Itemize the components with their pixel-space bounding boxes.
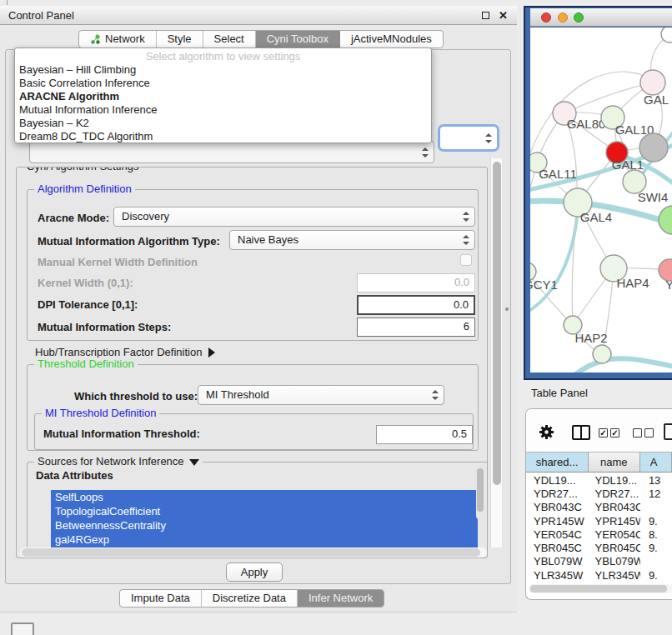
which-threshold-value: MI Threshold xyxy=(206,388,269,401)
network-node-gal[interactable] xyxy=(640,70,665,95)
stepper-arrows-icon xyxy=(421,148,428,158)
attributes-scrollbar[interactable] xyxy=(476,465,484,520)
window-edge-tick xyxy=(7,0,8,5)
mi-threshold-definition-group: MI Threshold Definition Mutual Informati… xyxy=(34,413,474,450)
dock-grid-icon[interactable] xyxy=(11,622,34,635)
mi-algorithm-type-select[interactable]: Naive Bayes xyxy=(229,230,475,250)
table-horizontal-scrollbar[interactable] xyxy=(529,584,672,593)
scrollbar-thumb[interactable] xyxy=(477,468,484,512)
network-canvas[interactable]: GALGAL80GAL10GAL1GAL11SWI4GAL4GCY1HAP4YH… xyxy=(530,28,672,372)
kernel-width-label: Kernel Width (0,1): xyxy=(38,277,133,289)
attribute-item[interactable]: SelfLoops xyxy=(51,490,478,504)
node-label: GAL xyxy=(644,92,669,107)
tab-network[interactable]: Network xyxy=(79,31,157,48)
attribute-item[interactable]: gal4RGexp xyxy=(51,532,478,547)
node-label: Y xyxy=(665,278,672,292)
column-header-name[interactable]: name xyxy=(589,452,640,472)
node-label: GAL1 xyxy=(612,158,644,172)
hub-definition-toggle[interactable]: Hub/Transcription Factor Definition xyxy=(35,346,215,358)
column-header-shared-name[interactable]: shared... xyxy=(526,452,589,472)
tab-impute-data[interactable]: Impute Data xyxy=(120,590,202,607)
kernel-width-field[interactable]: 0.0 xyxy=(357,273,475,292)
algorithm-list-item[interactable]: Mutual Information Inference xyxy=(15,103,431,117)
settings-horizontal-scrollbar[interactable] xyxy=(20,548,487,558)
stepper-arrows-icon xyxy=(462,212,469,222)
algorithm-list-item[interactable]: Bayesian – Hill Climbing xyxy=(15,63,431,77)
scrollbar-thumb[interactable] xyxy=(493,162,501,485)
split-columns-icon[interactable] xyxy=(572,425,590,440)
mi-steps-field[interactable]: 6 xyxy=(357,318,475,337)
algorithm-list-item[interactable]: Bayesian – K2 xyxy=(15,117,431,130)
cell-shared-name: YDL19... xyxy=(526,474,589,487)
table-row[interactable]: YDL19... YDL19... 13 xyxy=(526,473,672,487)
algorithm-list-item[interactable]: Basic Correlation Inference xyxy=(15,77,431,90)
close-traffic-light[interactable] xyxy=(541,12,551,22)
node-label: HAP2 xyxy=(574,331,607,345)
tab-discretize-data[interactable]: Discretize Data xyxy=(202,590,298,607)
aracne-mode-select[interactable]: Discovery xyxy=(113,207,475,227)
which-threshold-select[interactable]: MI Threshold xyxy=(198,385,444,405)
scrollbar-thumb[interactable] xyxy=(22,548,480,557)
attribute-item[interactable]: TopologicalCoefficient xyxy=(51,504,478,518)
network-node[interactable] xyxy=(659,206,672,234)
table-row[interactable]: YER054C YER054C 8. xyxy=(526,528,672,541)
tab-infer-network[interactable]: Infer Network xyxy=(298,590,384,607)
cell-name: YER054C xyxy=(589,528,640,541)
apply-button[interactable]: Apply xyxy=(226,562,283,582)
tab-jactivemnodules[interactable]: jActiveMNodules xyxy=(340,31,443,48)
network-window-titlebar xyxy=(530,8,672,27)
unchecked-checkbox-icon[interactable] xyxy=(644,428,654,438)
table-row[interactable]: YDR27... YDR27... 12 xyxy=(526,487,672,500)
algorithm-list-item[interactable]: Dream8 DC_TDC Algorithm xyxy=(15,130,431,143)
table-row[interactable]: YBR043C YBR043C xyxy=(526,501,672,514)
tab-jactivemnodules-label: jActiveMNodules xyxy=(351,31,432,48)
unchecked-checkbox-icon[interactable] xyxy=(633,428,642,438)
tab-select[interactable]: Select xyxy=(203,31,256,48)
checked-checkbox-icon[interactable]: ✓ xyxy=(610,428,619,438)
algorithm-placeholder: Select algorithm to view settings xyxy=(15,50,431,63)
mi-threshold-definition-title: MI Threshold Definition xyxy=(42,407,159,420)
cell-value: 12 xyxy=(640,488,672,500)
checked-checkbox-icon[interactable]: ✓ xyxy=(599,428,608,438)
sources-group: Sources for Network Inference Data Attri… xyxy=(27,462,488,558)
zoom-traffic-light[interactable] xyxy=(574,12,584,22)
tab-cyni-toolbox[interactable]: Cyni Toolbox xyxy=(256,31,340,48)
expand-right-icon xyxy=(208,348,215,358)
table-row[interactable]: YPR145W YPR145W 9. xyxy=(526,514,672,528)
gear-icon[interactable] xyxy=(539,424,554,442)
network-node[interactable] xyxy=(593,345,611,363)
algorithm-list-item[interactable]: ARACNE Algorithm xyxy=(15,90,431,103)
network-icon xyxy=(90,34,101,45)
tab-style[interactable]: Style xyxy=(157,31,203,48)
sources-toggle[interactable]: Sources for Network Inference xyxy=(34,455,203,468)
settings-vertical-scrollbar[interactable] xyxy=(490,158,502,548)
minimize-traffic-light[interactable] xyxy=(558,12,568,22)
network-edge xyxy=(574,358,672,372)
mi-threshold-field[interactable]: 0.5 xyxy=(376,425,473,444)
scrollbar-thumb[interactable] xyxy=(530,585,667,592)
dpi-tolerance-field[interactable]: 0.0 xyxy=(357,295,475,315)
tab-cyni-toolbox-label: Cyni Toolbox xyxy=(267,31,328,48)
algorithm-items: Bayesian – Hill ClimbingBasic Correlatio… xyxy=(15,63,431,143)
node-label: GAL80 xyxy=(567,117,606,131)
network-node[interactable] xyxy=(639,133,668,162)
network-edge xyxy=(530,206,578,314)
sources-title: Sources for Network Inference xyxy=(38,455,184,468)
manual-kernel-checkbox[interactable] xyxy=(460,254,472,266)
table-panel-window: ✓ ✓ shared... name A YDL19... YDL19... 1… xyxy=(525,408,672,600)
cell-value: 9. xyxy=(640,542,672,554)
panel-splitter-handle[interactable] xyxy=(505,308,509,311)
control-panel-tab-bar: Network Style Select Cyni Toolbox jActiv… xyxy=(78,30,444,48)
page-icon[interactable] xyxy=(664,423,672,440)
column-header-clipped[interactable]: A xyxy=(640,452,672,472)
cell-name: YBR043C xyxy=(589,501,640,513)
table-row[interactable]: YBL079W YBL079W xyxy=(526,555,672,568)
mi-type-label: Mutual Information Algorithm Type: xyxy=(38,235,220,248)
focused-combo-fragment xyxy=(438,124,499,152)
table-row[interactable]: YLR345W YLR345W 9. xyxy=(526,568,672,582)
table-row[interactable]: YBR045C YBR045C 9. xyxy=(526,541,672,554)
close-icon[interactable]: ✕ xyxy=(499,9,508,22)
node-label: GAL11 xyxy=(539,167,577,181)
attribute-item[interactable]: BetweennessCentrality xyxy=(51,518,478,532)
float-window-icon[interactable] xyxy=(482,12,489,19)
